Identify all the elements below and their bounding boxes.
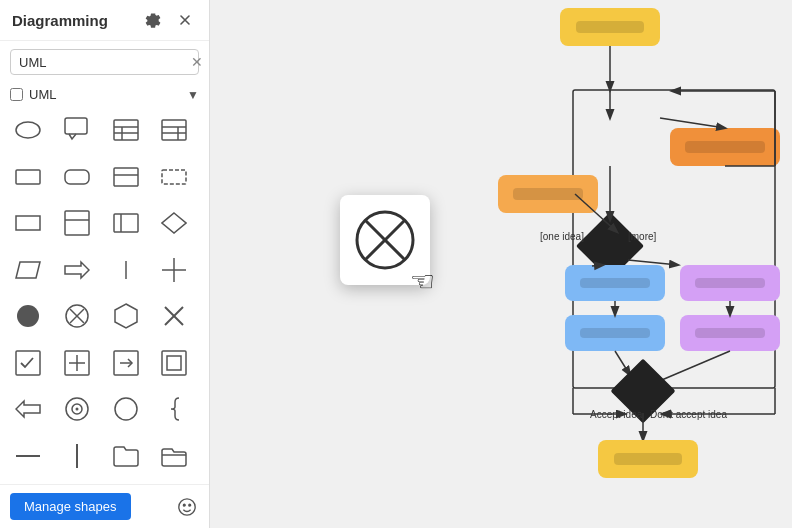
diagram-svg: [one idea] [more] Accept idea D	[210, 0, 792, 528]
shape-target[interactable]	[57, 389, 97, 429]
shape-circle-x[interactable]	[57, 296, 97, 336]
settings-icon[interactable]	[141, 8, 165, 32]
shape-filled-circle[interactable]	[8, 296, 48, 336]
svg-marker-21	[16, 262, 40, 278]
shape-hexagon[interactable]	[106, 296, 146, 336]
svg-text:[one idea]: [one idea]	[540, 231, 584, 242]
svg-rect-6	[162, 120, 186, 140]
shape-folder[interactable]	[106, 436, 146, 476]
svg-marker-20	[162, 213, 186, 233]
shape-circle-plain[interactable]	[106, 389, 146, 429]
shape-arrow-left[interactable]	[8, 389, 48, 429]
shape-x-mark[interactable]	[154, 296, 194, 336]
shape-rect-split[interactable]	[106, 157, 146, 197]
svg-rect-59	[685, 141, 765, 153]
cursor-hand: ☞	[410, 265, 435, 298]
shape-rect-title[interactable]	[57, 203, 97, 243]
category-checkbox[interactable]	[10, 88, 23, 101]
svg-rect-10	[16, 170, 40, 184]
svg-marker-41	[16, 401, 40, 417]
shape-rect-arrow[interactable]	[106, 343, 146, 383]
svg-rect-1	[65, 118, 87, 134]
shape-rect-plain[interactable]	[8, 157, 48, 197]
sidebar-footer: Manage shapes	[0, 484, 209, 528]
svg-rect-89	[614, 453, 682, 465]
svg-point-49	[179, 498, 195, 514]
category-label[interactable]: UML	[10, 87, 56, 102]
svg-rect-2	[114, 120, 138, 140]
shape-dashed-rect[interactable]	[154, 157, 194, 197]
svg-rect-71	[580, 278, 650, 288]
svg-rect-14	[162, 170, 186, 184]
svg-line-67	[575, 194, 617, 232]
svg-rect-75	[695, 278, 765, 288]
svg-line-82	[615, 351, 630, 375]
svg-text:Don't accept idea: Don't accept idea	[650, 409, 727, 420]
svg-rect-88	[598, 440, 698, 478]
shape-rect-rounded[interactable]	[57, 157, 97, 197]
svg-line-79	[628, 260, 678, 265]
close-icon[interactable]	[173, 8, 197, 32]
shape-rect-basic[interactable]	[8, 203, 48, 243]
svg-rect-74	[680, 265, 780, 301]
shape-ellipse[interactable]	[8, 110, 48, 150]
shape-minus[interactable]	[8, 436, 48, 476]
shape-rect-label[interactable]	[106, 203, 146, 243]
shape-rect-alt[interactable]	[154, 343, 194, 383]
svg-rect-11	[65, 170, 89, 184]
shape-cross[interactable]	[154, 250, 194, 290]
search-clear-button[interactable]: ✕	[191, 54, 203, 70]
svg-rect-16	[65, 211, 89, 235]
shape-rect-plus[interactable]	[57, 343, 97, 383]
chevron-down-icon[interactable]: ▼	[187, 88, 199, 102]
svg-line-83	[650, 351, 730, 385]
svg-rect-84	[610, 358, 675, 423]
svg-point-26	[17, 305, 39, 327]
shape-diamond[interactable]	[154, 203, 194, 243]
svg-rect-40	[167, 356, 181, 370]
sidebar-title: Diagramming	[12, 12, 108, 29]
emoji-icon[interactable]	[175, 495, 199, 519]
svg-text:Accept idea: Accept idea	[590, 409, 643, 420]
sidebar: Diagramming ✕ UML ▼	[0, 0, 210, 528]
shape-callout[interactable]	[57, 110, 97, 150]
shape-folder-alt[interactable]	[154, 436, 194, 476]
svg-text:[more]: [more]	[628, 231, 657, 242]
svg-point-51	[189, 504, 191, 506]
svg-rect-12	[114, 168, 138, 186]
category-header: UML ▼	[0, 83, 209, 106]
shape-arrow-right[interactable]	[57, 250, 97, 290]
sidebar-header-icons	[141, 8, 197, 32]
svg-rect-77	[695, 328, 765, 338]
shape-parallelogram[interactable]	[8, 250, 48, 290]
shapes-grid	[0, 106, 209, 484]
svg-rect-72	[565, 315, 665, 351]
svg-point-45	[115, 398, 137, 420]
shape-table[interactable]	[106, 110, 146, 150]
svg-line-78	[592, 265, 603, 266]
svg-rect-62	[498, 175, 598, 213]
svg-marker-30	[115, 304, 137, 328]
svg-rect-65	[576, 212, 644, 280]
svg-rect-58	[670, 128, 780, 166]
svg-rect-56	[576, 21, 644, 33]
svg-rect-73	[580, 328, 650, 338]
shape-line[interactable]	[106, 250, 146, 290]
svg-line-60	[660, 118, 725, 128]
shape-table-alt[interactable]	[154, 110, 194, 150]
svg-rect-39	[162, 351, 186, 375]
manage-shapes-button[interactable]: Manage shapes	[10, 493, 131, 520]
svg-rect-15	[16, 216, 40, 230]
svg-point-44	[75, 408, 78, 411]
canvas-area[interactable]: ☞ [one idea] [more]	[210, 0, 792, 528]
shape-pipe[interactable]	[57, 436, 97, 476]
shape-rect-check[interactable]	[8, 343, 48, 383]
svg-marker-22	[65, 262, 89, 278]
svg-rect-61	[573, 90, 775, 388]
search-input[interactable]	[19, 55, 187, 70]
search-bar: ✕	[10, 49, 199, 75]
shape-brace[interactable]	[154, 389, 194, 429]
svg-point-0	[16, 122, 40, 138]
svg-rect-76	[680, 315, 780, 351]
svg-rect-55	[560, 8, 660, 46]
